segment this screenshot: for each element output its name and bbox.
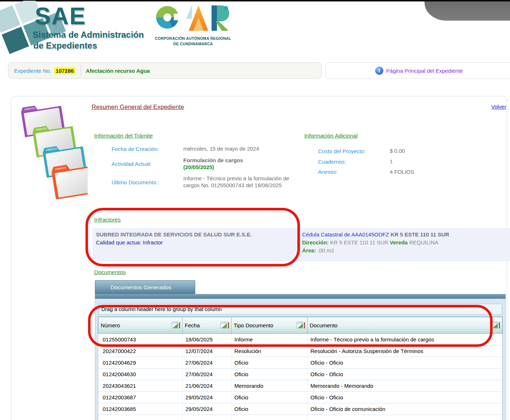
column-filter-bar-icon [304,322,305,328]
tab-documentos-generados[interactable]: Documentos Generados [95,280,195,294]
table-cell-fecha: 18/06/2025 [183,334,231,345]
table-cell-documento: Oficio - Oficio [308,392,502,403]
table-row[interactable]: 0124200368529/05/2024OficioOficio - Ofic… [99,403,502,415]
expediente-number: 107286 [54,67,75,74]
field-label: Costo del Proyecto: [318,148,390,154]
group-by-panel[interactable]: Drag a column header here to group by th… [99,304,502,315]
table-cell-documento: Informe - Técnico previo a la formulació… [308,334,502,345]
table-row[interactable]: 2024304362121/06/2024MemorandoMemorando … [99,380,502,392]
table-cell-fecha: 12/07/2024 [183,345,231,357]
table-cell-numero: 01242004629 [99,357,183,369]
expediente-header-bar: Expediente No. 107286 Afectación recurso… [8,62,322,79]
documentos-heading[interactable]: Documentos [94,269,126,276]
table-cell-tipo-documento: Informe [231,334,308,345]
page: SAE Sistema de Administración de Expedie… [0,0,510,420]
table-cell-documento: Oficio - Oficio [308,357,502,369]
area-value: ,00 m2 [318,247,334,253]
banner-gray-tab [425,1,510,21]
column-header-tipo-documento[interactable]: Tipo Documento [231,317,308,334]
column-filter-bar-icon [499,322,500,328]
page-title: Resumen General del Expediente [92,104,184,111]
infractores-heading[interactable]: Infractores [94,217,121,223]
field-label: Último Documento.: [112,179,183,185]
table-cell-documento: Resolución - Autoriza Suspensión de Térm… [308,345,502,357]
table-row[interactable]: 2024700042212/07/2024ResoluciónResolució… [99,345,502,357]
sae-subtitle-line2: de Expedientes [33,41,97,51]
table-cell-fecha: 29/05/2024 [183,392,231,403]
table-row[interactable]: 0124200462927/06/2024OficioOficio - Ofic… [99,357,502,369]
table-cell-tipo-documento: Memorando [231,380,308,392]
column-filter-icon[interactable] [297,322,304,329]
table-cell-tipo-documento: Oficio [231,369,308,380]
table-cell-documento: Oficio - Oficio de comunicación [308,403,502,415]
table-cell-fecha: 29/05/2024 [183,403,231,415]
tramite-heading[interactable]: Información del Trámite [94,133,153,139]
column-filter-icon[interactable] [492,322,498,329]
table-row[interactable]: 0124200368729/05/2024OficioOficio - Ofic… [99,392,502,403]
actividad-actual-value: Formulación de cargos [183,157,243,163]
field-value: 4 FOLIOS [390,169,462,176]
column-filter-bar-icon [228,322,229,328]
column-header-documento[interactable]: Documento [308,317,502,334]
table-header-row: Número Fecha Tipo Documento Documento [99,317,502,334]
infractor-calidad: Calidad que actua: Infractor [96,239,294,247]
expediente-label: Expediente No. [14,68,51,74]
volver-link[interactable]: Volver [491,104,506,110]
table-cell-fecha: 21/06/2024 [183,380,231,392]
field-value: $ 0,00 [390,148,462,155]
adicional-heading[interactable]: Información Adicional [304,133,358,139]
cedula-catastral-label: Cédula Catastral de AAA0145ODFZ [302,231,389,238]
column-header-fecha[interactable]: Fecha [183,317,231,334]
ultimo-documento-value: Informe - Técnico previo a la formulació… [183,175,303,189]
divider [81,65,81,76]
table-cell-tipo-documento: Oficio [231,403,308,415]
vereda-label: Vereda [390,239,407,245]
table-cell-fecha: 27/06/2024 [183,369,231,380]
info-icon[interactable] [375,67,383,75]
actividad-actual-date: (20/05/2025) [183,164,214,170]
table-cell-tipo-documento: Resolución [231,345,308,357]
field-value: 1 [390,158,462,165]
column-filter-icon[interactable] [172,322,179,329]
sae-acronym: SAE [35,2,86,30]
predio-card: Cédula Catastral de AAA0145ODFZ KR 5 EST… [298,228,510,261]
table-row[interactable]: 0124200463027/06/2024OficioOficio - Ofic… [99,369,502,380]
field-label: Cuadernos: [318,159,390,165]
car-name-line2: DE CUNDINAMARCA [173,42,213,46]
table-cell-fecha: 27/06/2024 [183,357,231,369]
car-name-line1: CORPORACIÓN AUTÓNOMA REGIONAL [155,36,231,41]
documents-table: Número Fecha Tipo Documento Documento [98,316,503,420]
car-logo-icon: CORPORACIÓN AUTÓNOMA REGIONAL DE CUNDINA… [154,2,233,49]
table-row[interactable]: 0125500074318/06/2025InformeInforme - Té… [99,334,502,345]
main-page-link-bar[interactable]: Página Principal del Expediente [325,62,510,79]
table-cell-tipo-documento: Oficio [231,357,308,369]
documents-table-body: 0125500074318/06/2025InformeInforme - Té… [99,334,502,420]
adicional-fields: Costo del Proyecto: $ 0,00 Cuadernos: 1 … [318,148,462,175]
tabstrip-band [95,294,506,299]
table-cell-numero: 20243043621 [99,380,183,392]
main-page-link[interactable]: Página Principal del Expediente [386,68,463,74]
field-value: miércoles, 15 de mayo de 2024 [183,146,303,152]
cedula-catastral-value: KR 5 ESTE 110 11 SUR [390,231,449,238]
direccion-label: Dirección: [302,239,329,245]
table-row-partial [99,415,502,420]
table-cell-numero: 20247000422 [99,345,183,357]
expediente-subject: Afectación recurso Agua [86,68,150,74]
field-label: Fecha de Creación: [112,146,183,152]
column-filter-icon[interactable] [221,322,227,329]
field-label: Anexos: [318,169,390,175]
table-cell-documento: Oficio - Oficio [308,369,502,380]
table-cell-numero: 01242003685 [99,403,183,415]
direccion-value: KR 5 ESTE 110 11 SUR [330,239,388,245]
table-cell-numero: 01255000743 [99,334,183,345]
table-cell-tipo-documento: Oficio [231,392,308,403]
folders-image: FIREFOX FIREFOX FIREFOX FIREFOX [19,101,88,199]
table-cell-numero: 01242003687 [99,392,183,403]
column-header-numero[interactable]: Número [99,317,183,334]
tramite-fields: Fecha de Creación: miércoles, 15 de mayo… [112,146,303,189]
table-cell-documento: Memorando - Memorando [308,380,502,392]
field-label: Actividad Actual: [112,161,183,167]
column-filter-bar-icon [179,322,180,328]
vereda-value: REQUILINA [409,239,438,245]
sae-subtitle-line1: Sistema de Administración [33,30,144,40]
